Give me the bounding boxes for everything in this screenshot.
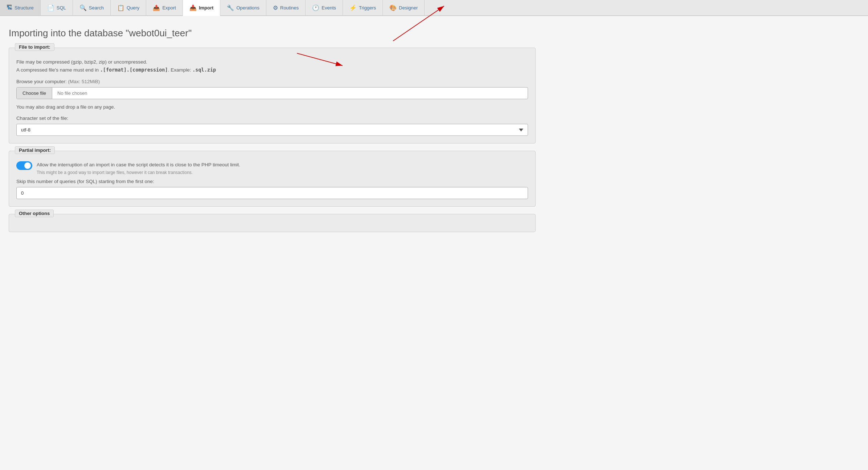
triggers-icon: ⚡: [349, 4, 357, 11]
max-size: (Max: 512MiB): [68, 79, 100, 84]
file-section-legend: File to import:: [15, 43, 54, 51]
search-icon: 🔍: [79, 4, 87, 11]
operations-icon: 🔧: [227, 4, 234, 11]
sql-icon: 📄: [47, 4, 54, 11]
toggle-sub-label: This might be a good way to import large…: [37, 170, 240, 175]
tab-operations[interactable]: 🔧 Operations: [220, 0, 266, 15]
skip-queries-input[interactable]: [16, 187, 528, 199]
choose-file-button[interactable]: Choose file: [17, 88, 52, 99]
other-options-section: Other options: [9, 214, 536, 232]
tab-triggers-label: Triggers: [359, 5, 376, 11]
export-icon: 📤: [153, 4, 160, 11]
tab-structure[interactable]: 🏗 Structure: [0, 0, 41, 15]
tab-routines[interactable]: ⚙ Routines: [266, 0, 306, 15]
tab-structure-label: Structure: [15, 5, 34, 11]
tab-bar: 🏗 Structure 📄 SQL 🔍 Search 📋 Query 📤 Exp…: [0, 0, 868, 16]
tab-sql[interactable]: 📄 SQL: [41, 0, 73, 15]
tab-query-label: Query: [127, 5, 139, 11]
skip-queries-label: Skip this number of queries (for SQL) st…: [16, 179, 528, 184]
tab-designer-label: Designer: [399, 5, 418, 11]
tab-import-label: Import: [199, 5, 213, 11]
page-title: Importing into the database "webot0ui_te…: [9, 28, 536, 39]
query-icon: 📋: [117, 4, 124, 11]
tab-query[interactable]: 📋 Query: [111, 0, 146, 15]
tab-sql-label: SQL: [57, 5, 66, 11]
tab-export[interactable]: 📤 Export: [146, 0, 183, 15]
import-icon: 📥: [189, 4, 197, 11]
charset-select[interactable]: utf-8 utf-16 latin1 ascii utf-32: [16, 124, 528, 136]
events-icon: 🕐: [312, 4, 319, 11]
toggle-row: Allow the interruption of an import in c…: [16, 161, 528, 175]
main-content: Importing into the database "webot0ui_te…: [0, 16, 544, 232]
charset-label: Character set of the file:: [16, 116, 528, 121]
tab-events-label: Events: [322, 5, 336, 11]
browse-label: Browse your computer: (Max: 512MiB): [16, 79, 528, 84]
no-file-text: No file chosen: [52, 90, 92, 96]
interruption-toggle[interactable]: [16, 161, 32, 170]
structure-icon: 🏗: [7, 4, 12, 11]
tab-designer[interactable]: 🎨 Designer: [383, 0, 425, 15]
tab-routines-label: Routines: [280, 5, 299, 11]
tab-export-label: Export: [162, 5, 176, 11]
other-options-legend: Other options: [15, 210, 54, 217]
partial-import-section: Partial import: Allow the interruption o…: [9, 151, 536, 207]
file-import-section: File to import: File may be compressed (…: [9, 48, 536, 143]
toggle-main-label: Allow the interruption of an import in c…: [37, 161, 240, 169]
tab-operations-label: Operations: [236, 5, 259, 11]
tab-import[interactable]: 📥 Import: [183, 0, 220, 16]
toggle-slider: [16, 161, 32, 170]
designer-icon: 🎨: [389, 4, 397, 11]
tab-triggers[interactable]: ⚡ Triggers: [343, 0, 383, 15]
tab-search-label: Search: [89, 5, 104, 11]
tab-search[interactable]: 🔍 Search: [73, 0, 111, 15]
tab-events[interactable]: 🕐 Events: [306, 0, 343, 15]
toggle-labels: Allow the interruption of an import in c…: [37, 161, 240, 175]
partial-section-legend: Partial import:: [15, 146, 55, 154]
compress-info: File may be compressed (gzip, bzip2, zip…: [16, 58, 528, 74]
routines-icon: ⚙: [273, 4, 278, 11]
drag-drop-text: You may also drag and drop a file on any…: [16, 104, 528, 110]
file-input-wrapper: Choose file No file chosen: [16, 87, 528, 99]
